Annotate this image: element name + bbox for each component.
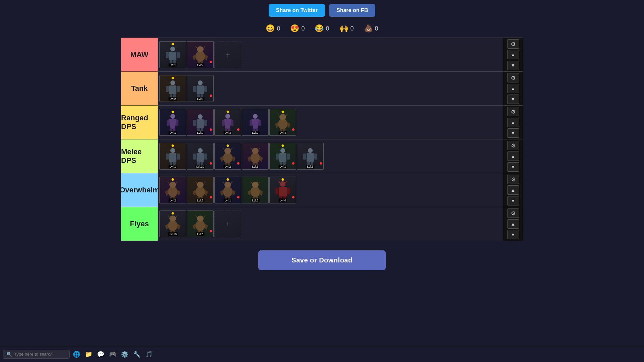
svg-point-25 bbox=[198, 114, 203, 119]
tier-up-button[interactable]: ▲ bbox=[507, 185, 519, 195]
top-bar: Share on Twitter Share on FB bbox=[0, 0, 644, 21]
poop-count: 0 bbox=[375, 25, 378, 32]
card[interactable]: Lvl:1 bbox=[159, 109, 186, 136]
save-download-button[interactable]: Save or Download bbox=[258, 250, 386, 270]
poop-emoji: 💩 bbox=[364, 24, 373, 33]
reaction-laugh[interactable]: 😂 0 bbox=[315, 24, 329, 33]
gear-icon[interactable]: ⚙ bbox=[507, 39, 519, 49]
tier-down-button[interactable]: ▼ bbox=[507, 196, 519, 205]
card[interactable]: Lvl:1 bbox=[159, 41, 186, 68]
card-level: Lvl:3 bbox=[306, 165, 314, 169]
tier-up-button[interactable]: ▲ bbox=[507, 118, 519, 127]
card-indicator-bottom bbox=[320, 162, 322, 165]
svg-point-78 bbox=[196, 186, 205, 197]
card[interactable]: Lvl:3 bbox=[242, 143, 269, 170]
card[interactable]: Lvl:3 bbox=[187, 210, 214, 237]
gear-icon[interactable]: ⚙ bbox=[507, 73, 519, 82]
card[interactable]: Lvl:5 bbox=[242, 177, 269, 203]
svg-rect-70 bbox=[314, 154, 317, 160]
card-indicator-top bbox=[227, 111, 229, 113]
card-indicator-bottom bbox=[210, 230, 212, 232]
gear-icon[interactable]: ⚙ bbox=[507, 107, 519, 116]
tier-controls-overwhelm: ⚙▲▼ bbox=[503, 173, 523, 207]
tier-row-mdps: Melee DPS Lvl:1 Lvl:10 Lvl:2 Lvl:3 bbox=[121, 139, 523, 173]
svg-point-38 bbox=[278, 119, 287, 129]
laugh-emoji: 😂 bbox=[315, 24, 324, 33]
card-indicator-top bbox=[282, 144, 284, 147]
card[interactable]: Lvl:2 bbox=[159, 75, 186, 102]
card[interactable]: Lvl:1 bbox=[269, 143, 296, 170]
svg-rect-17 bbox=[197, 85, 204, 94]
add-card-placeholder[interactable]: + bbox=[214, 41, 241, 68]
svg-rect-49 bbox=[193, 154, 196, 160]
tier-down-button[interactable]: ▼ bbox=[507, 128, 519, 138]
card-level: Lvl:2 bbox=[168, 97, 177, 101]
tier-cards-maw: Lvl:1 Lvl:2+ bbox=[158, 38, 503, 71]
card[interactable]: Lvl:3 bbox=[187, 75, 214, 102]
taskbar-browser-icon[interactable]: 🌐 bbox=[71, 349, 82, 360]
tier-up-button[interactable]: ▲ bbox=[507, 84, 519, 93]
card-level: Lvl:10 bbox=[195, 165, 205, 169]
reaction-poop[interactable]: 💩 0 bbox=[364, 24, 378, 33]
tier-down-button[interactable]: ▼ bbox=[507, 230, 519, 239]
card-level: Lvl:1 bbox=[278, 165, 287, 169]
tier-up-button[interactable]: ▲ bbox=[507, 50, 519, 59]
card[interactable]: Lvl:3 bbox=[297, 143, 324, 170]
svg-point-82 bbox=[223, 186, 232, 197]
tier-up-button[interactable]: ▲ bbox=[507, 152, 519, 161]
tier-up-button[interactable]: ▲ bbox=[507, 219, 519, 229]
tier-down-button[interactable]: ▼ bbox=[507, 95, 519, 104]
card[interactable]: Lvl:2 bbox=[159, 177, 186, 203]
card[interactable]: Lvl:2 bbox=[187, 177, 214, 203]
hands-count: 0 bbox=[351, 25, 354, 32]
gear-icon[interactable]: ⚙ bbox=[507, 175, 519, 184]
taskbar-app2-icon[interactable]: ⚙️ bbox=[119, 349, 130, 360]
taskbar-discord-icon[interactable]: 💬 bbox=[95, 349, 106, 360]
gear-icon[interactable]: ⚙ bbox=[507, 141, 519, 150]
svg-point-58 bbox=[251, 153, 260, 163]
card[interactable]: Lvl:2 bbox=[187, 109, 214, 136]
svg-point-7 bbox=[196, 51, 205, 62]
tier-row-maw: MAW Lvl:1 Lvl:2+⚙▲▼ bbox=[121, 38, 523, 72]
svg-rect-64 bbox=[287, 154, 290, 160]
card[interactable]: Lvl:4 bbox=[269, 177, 296, 203]
card[interactable]: Lvl:3 bbox=[214, 109, 241, 136]
card[interactable]: Lvl:2 bbox=[242, 109, 269, 136]
reaction-smile[interactable]: 😀 0 bbox=[266, 24, 280, 33]
card[interactable]: Lvl:1 bbox=[159, 143, 186, 170]
tier-down-button[interactable]: ▼ bbox=[507, 162, 519, 172]
svg-rect-12 bbox=[166, 86, 169, 92]
share-twitter-button[interactable]: Share on Twitter bbox=[269, 4, 325, 17]
reaction-heart[interactable]: 😍 0 bbox=[290, 24, 305, 33]
card[interactable]: Lvl:2 bbox=[187, 41, 214, 68]
search-input[interactable] bbox=[14, 352, 64, 357]
card-indicator-top bbox=[172, 144, 174, 147]
taskbar-app4-icon[interactable]: 🎵 bbox=[144, 349, 154, 360]
card-level: Lvl:1 bbox=[168, 131, 177, 135]
taskbar-search[interactable]: 🔍 bbox=[3, 350, 70, 359]
card[interactable]: Lvl:1 bbox=[214, 177, 241, 203]
save-section: Save or Download bbox=[0, 250, 644, 270]
card[interactable]: Lvl:10 bbox=[187, 143, 214, 170]
taskbar-app1-icon[interactable]: 🎮 bbox=[107, 349, 118, 360]
svg-rect-68 bbox=[307, 153, 314, 162]
svg-rect-69 bbox=[303, 154, 306, 160]
add-card-placeholder[interactable]: + bbox=[214, 210, 241, 237]
tier-down-button[interactable]: ▼ bbox=[507, 61, 519, 70]
card[interactable]: Lvl:10 bbox=[159, 210, 186, 237]
card-indicator-bottom bbox=[210, 61, 212, 63]
taskbar-app3-icon[interactable]: 🔧 bbox=[131, 349, 142, 360]
svg-point-100 bbox=[196, 220, 205, 231]
card-level: Lvl:10 bbox=[168, 232, 178, 236]
share-fb-button[interactable]: Share on FB bbox=[329, 4, 375, 17]
card[interactable]: Lvl:4 bbox=[269, 109, 296, 136]
card-level: Lvl:2 bbox=[251, 131, 259, 135]
tier-controls-rdps: ⚙▲▼ bbox=[503, 106, 523, 139]
gear-icon[interactable]: ⚙ bbox=[507, 208, 519, 218]
reaction-hands[interactable]: 🙌 0 bbox=[339, 24, 354, 33]
tier-label-mdps: Melee DPS bbox=[121, 139, 158, 173]
taskbar-folder-icon[interactable]: 📁 bbox=[83, 349, 94, 360]
svg-point-54 bbox=[223, 153, 232, 163]
svg-point-47 bbox=[198, 148, 203, 153]
card[interactable]: Lvl:2 bbox=[214, 143, 241, 170]
